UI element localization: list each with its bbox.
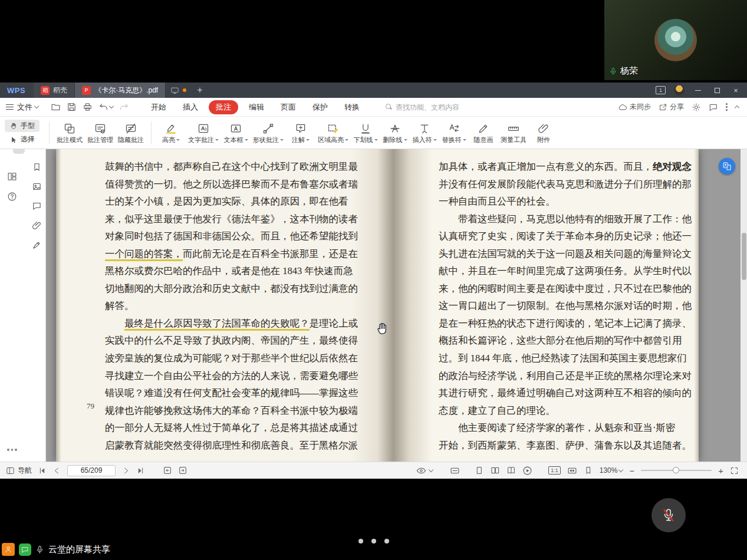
settings-button[interactable] — [692, 103, 701, 112]
page-dot[interactable] — [371, 539, 376, 543]
hamburger-icon[interactable] — [6, 104, 14, 110]
open-button[interactable] — [51, 102, 61, 112]
mark-page-button[interactable] — [584, 466, 593, 475]
tool-note[interactable]: 注解 — [286, 120, 315, 146]
view-back-button[interactable] — [163, 466, 172, 475]
save-button[interactable] — [67, 102, 77, 112]
panel-switch-icon[interactable] — [5, 169, 19, 183]
menu-annotate[interactable]: 批注 — [209, 100, 238, 114]
fullscreen-button[interactable] — [730, 466, 739, 475]
zoom-slider[interactable] — [641, 470, 712, 471]
zoom-out-button[interactable]: − — [629, 466, 634, 476]
workspace-badge[interactable]: 1 — [656, 86, 666, 94]
bookmark-icon[interactable] — [29, 160, 44, 174]
undo-button[interactable] — [98, 102, 113, 112]
comment-icon[interactable] — [29, 199, 44, 213]
tool-text-annotation[interactable]: 文字批注 — [186, 120, 221, 146]
tool-hide-annotations[interactable]: 隐藏批注 — [116, 120, 146, 146]
translate-button[interactable] — [719, 158, 735, 174]
tool-area-highlight[interactable]: 区域高亮 — [315, 120, 351, 146]
minimize-button[interactable] — [693, 85, 703, 95]
menu-edit[interactable]: 编辑 — [243, 100, 270, 115]
sidebar-collapse-handle[interactable] — [13, 149, 25, 154]
actual-size-button[interactable]: 1:1 — [548, 466, 561, 475]
participant-video[interactable]: 杨荣 — [604, 0, 747, 80]
tool-freehand[interactable]: 随意画 — [469, 120, 498, 146]
tool-caret[interactable]: 插入符 — [410, 120, 439, 146]
file-menu[interactable]: 文件 — [17, 102, 38, 113]
close-button[interactable]: × — [730, 85, 741, 95]
book-text-line: 波旁皇族的复位成为可能呢？对于那些半个世纪以后依然在 — [105, 350, 362, 367]
tool-label: 测量工具 — [501, 136, 526, 144]
reading-mode-button[interactable] — [416, 466, 433, 476]
sidebar-more-icon[interactable] — [7, 449, 17, 451]
page-dot[interactable] — [384, 539, 389, 543]
tool-highlight[interactable]: 高亮 — [156, 120, 186, 146]
chat-app-icon[interactable] — [19, 543, 31, 556]
page-indicator-dots[interactable] — [0, 539, 747, 543]
ribbon-search[interactable] — [386, 103, 472, 111]
document-area[interactable]: 鼓舞的书信中，都声称自己在这个中心找到了欧洲文明里最值得赞赏的一切。他之所以选择… — [46, 149, 747, 462]
share-label: 分享 — [670, 102, 684, 112]
tool-replace[interactable]: 替换符 — [439, 120, 469, 146]
tool-annotation-manage[interactable]: 批注管理 — [85, 120, 116, 146]
autoplay-button[interactable] — [522, 466, 532, 476]
help-icon[interactable] — [5, 189, 19, 203]
search-input[interactable] — [396, 103, 472, 111]
feedback-button[interactable] — [709, 103, 718, 112]
new-tab-button[interactable]: + — [191, 83, 208, 98]
view-forward-button[interactable] — [178, 466, 187, 475]
page-number-input[interactable] — [67, 465, 116, 476]
page-dot[interactable] — [358, 539, 363, 543]
book-text-line: 头扎进在法国写就的关于这一问题及相关问题的海量辩论文 — [439, 245, 698, 263]
hand-tool-button[interactable]: 手型 — [5, 120, 40, 132]
menu-convert[interactable]: 转换 — [338, 100, 366, 115]
book-text-line: 的政治与经济学说，利用自己还是半正统的黑格尔理论来对 — [439, 367, 698, 385]
book-view-button[interactable] — [506, 466, 516, 475]
menu-protect[interactable]: 保护 — [307, 100, 334, 115]
zoom-slider-knob[interactable] — [673, 467, 679, 473]
sync-label: 未同步 — [630, 102, 651, 112]
vertical-scrollbar[interactable] — [741, 149, 747, 462]
select-tool-button[interactable]: 选择 — [5, 133, 40, 146]
app-icon[interactable] — [2, 543, 15, 556]
thumbnail-icon[interactable] — [29, 179, 44, 193]
tool-attachment[interactable]: 附件 — [529, 120, 558, 146]
tab-docer[interactable]: 稻 稻壳 — [34, 83, 75, 98]
signature-icon[interactable] — [29, 238, 44, 252]
attachment-icon[interactable] — [29, 218, 44, 232]
single-page-button[interactable] — [475, 466, 484, 475]
fit-window-button[interactable] — [450, 466, 460, 476]
facing-pages-button[interactable] — [491, 466, 500, 475]
tool-strikethrough[interactable]: 删除线 — [380, 120, 410, 146]
account-avatar[interactable] — [674, 85, 685, 95]
navigation-toggle[interactable]: 导航 — [6, 466, 32, 476]
redo-button[interactable] — [119, 102, 129, 112]
tool-measure[interactable]: 测量工具 — [498, 120, 529, 146]
print-button[interactable] — [83, 102, 93, 112]
next-page-button[interactable] — [121, 466, 130, 475]
menu-page[interactable]: 页面 — [275, 100, 302, 115]
fit-width-button[interactable] — [567, 466, 577, 476]
scrollbar-thumb[interactable] — [742, 233, 746, 280]
tab-pdf-document[interactable]: P 《卡尔·马克思》.pdf — [75, 83, 166, 98]
tool-annotation-mode[interactable]: 批注模式 — [54, 120, 85, 146]
zoom-level-dropdown[interactable]: 130% — [600, 466, 623, 475]
menu-insert[interactable]: 插入 — [177, 100, 204, 115]
share-button[interactable]: 分享 — [659, 102, 684, 112]
tool-shape-annotation[interactable]: 形状批注 — [251, 120, 286, 146]
collapse-ribbon-icon[interactable] — [735, 106, 739, 110]
tool-underline[interactable]: 下划线 — [351, 120, 380, 146]
mute-microphone-button[interactable] — [651, 498, 686, 532]
zoom-in-button[interactable]: + — [718, 466, 723, 476]
last-page-button[interactable] — [136, 466, 145, 475]
more-menu-icon[interactable] — [726, 103, 728, 111]
first-page-button[interactable] — [38, 466, 47, 475]
menu-start[interactable]: 开始 — [145, 100, 172, 115]
sync-status[interactable]: 未同步 — [618, 102, 651, 112]
left-sidebar — [0, 149, 46, 462]
screen-share-icon[interactable] — [170, 86, 179, 95]
maximize-button[interactable] — [712, 85, 722, 95]
tool-textbox[interactable]: 文本框 — [221, 120, 251, 146]
prev-page-button[interactable] — [52, 466, 61, 475]
